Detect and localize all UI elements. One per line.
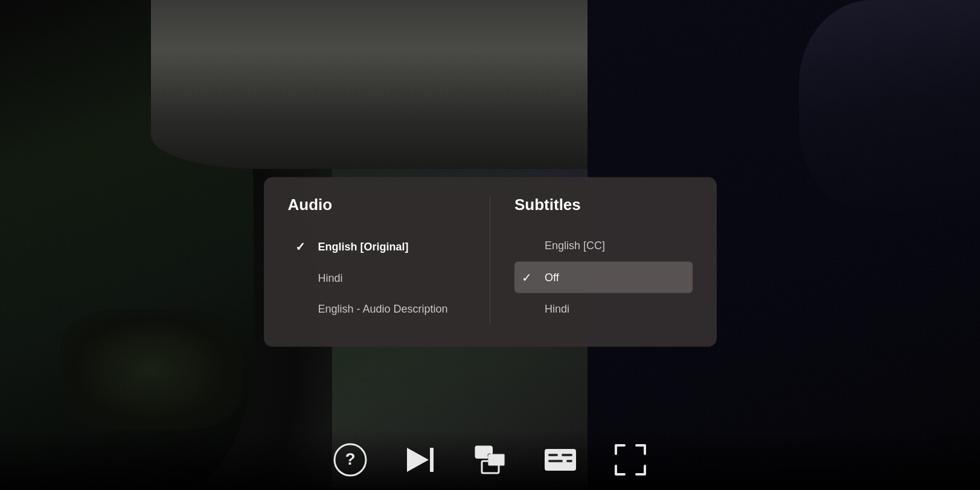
subtitles-item-english-cc[interactable]: English [CC] — [514, 231, 693, 261]
svg-rect-5 — [488, 454, 505, 466]
help-button[interactable]: ? — [333, 443, 367, 477]
subtitles-item-off[interactable]: ✓ Off — [514, 262, 693, 293]
audio-item-label: English - Audio Description — [318, 303, 448, 316]
audio-item-english-ad[interactable]: English - Audio Description — [288, 294, 466, 324]
scene-hand — [60, 309, 242, 430]
audio-item-label: English [Original] — [318, 240, 409, 253]
subtitles-section: Subtitles English [CC] ✓ Off Hindi — [490, 196, 693, 325]
svg-rect-3 — [430, 448, 434, 472]
next-episode-button[interactable] — [403, 443, 437, 477]
subtitles-header: Subtitles — [514, 196, 693, 214]
audio-section: Audio ✓ English [Original] Hindi English… — [288, 196, 491, 325]
svg-rect-12 — [566, 460, 572, 462]
svg-text:?: ? — [345, 450, 355, 468]
episodes-button[interactable] — [473, 443, 507, 477]
checkmark-icon: ✓ — [522, 270, 535, 285]
subtitles-audio-button[interactable] — [543, 443, 577, 477]
bottom-controls: ? — [0, 430, 980, 490]
subtitles-item-label: Off — [545, 271, 559, 284]
subtitles-item-hindi[interactable]: Hindi — [514, 294, 693, 324]
subtitles-item-label: English [CC] — [545, 240, 605, 252]
audio-subtitles-panel: Audio ✓ English [Original] Hindi English… — [264, 177, 717, 347]
fullscreen-button[interactable] — [613, 443, 647, 477]
svg-rect-10 — [562, 454, 572, 456]
svg-marker-2 — [407, 448, 429, 472]
audio-item-hindi[interactable]: Hindi — [288, 264, 466, 293]
svg-rect-9 — [548, 454, 558, 456]
audio-header: Audio — [288, 196, 466, 214]
svg-rect-11 — [548, 460, 563, 462]
subtitles-item-label: Hindi — [545, 303, 569, 316]
checkmark-icon: ✓ — [295, 240, 309, 254]
audio-item-english-original[interactable]: ✓ English [Original] — [288, 231, 466, 262]
scene-person-right — [799, 0, 980, 211]
audio-item-label: Hindi — [318, 272, 343, 285]
